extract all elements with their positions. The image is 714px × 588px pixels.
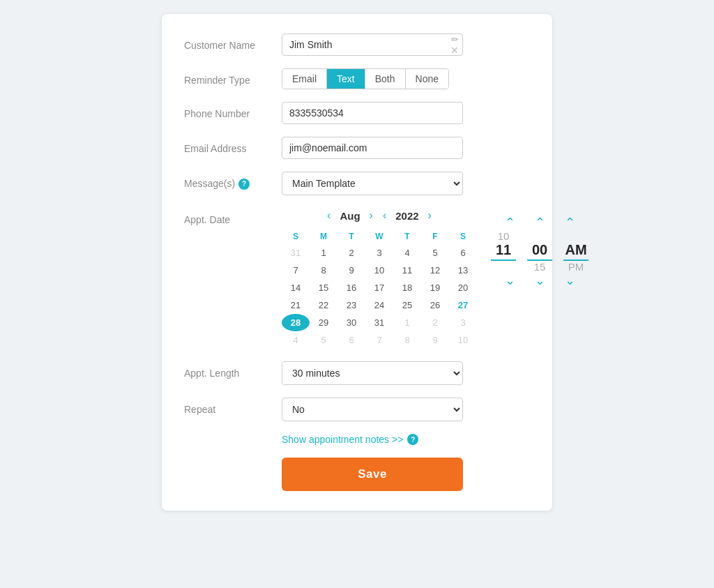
- appt-date-control: ‹ Aug › ‹ 2022 › S M T W: [282, 208, 588, 349]
- calendar-day[interactable]: 6: [337, 331, 365, 349]
- calendar-day[interactable]: 4: [393, 244, 421, 262]
- calendar-day[interactable]: 4: [282, 331, 310, 349]
- calendar-day[interactable]: 21: [282, 296, 310, 314]
- calendar-day[interactable]: 5: [421, 244, 449, 262]
- calendar-day[interactable]: 16: [337, 279, 365, 296]
- messages-select[interactable]: Main Template Template 2 Template 3: [282, 172, 463, 195]
- ampm-next-col: PM: [563, 261, 588, 273]
- calendar-body: 3112345678910111213141516171819202122232…: [282, 244, 477, 349]
- notes-help-icon[interactable]: ?: [407, 434, 418, 445]
- phone-label: Phone Number: [184, 102, 282, 121]
- calendar-week: 14151617181920: [282, 279, 477, 296]
- calendar-day[interactable]: 3: [365, 244, 393, 262]
- year-prev-button[interactable]: ‹: [379, 208, 390, 223]
- calendar-day[interactable]: 20: [449, 279, 477, 296]
- calendar-day[interactable]: 5: [310, 331, 337, 349]
- time-current-row: 11 00 AM: [491, 242, 588, 261]
- hour-down-col: ⌄: [501, 273, 519, 288]
- customer-name-label: Customer Name: [184, 33, 282, 53]
- calendar-day[interactable]: 2: [421, 314, 449, 331]
- reminder-none-button[interactable]: None: [406, 69, 448, 89]
- calendar-day[interactable]: 29: [310, 314, 337, 331]
- calendar-week: 45678910: [282, 331, 477, 349]
- messages-row: Message(s) ? Main Template Template 2 Te…: [184, 172, 530, 195]
- calendar-day[interactable]: 11: [393, 262, 421, 279]
- calendar-day[interactable]: 26: [421, 296, 449, 314]
- cal-header-tue: T: [337, 229, 365, 244]
- calendar-day[interactable]: 3: [449, 314, 477, 331]
- calendar-day[interactable]: 22: [310, 296, 337, 314]
- month-next-button[interactable]: ›: [366, 208, 377, 223]
- calendar-day[interactable]: 28: [282, 314, 310, 331]
- calendar-day[interactable]: 23: [337, 296, 365, 314]
- hour-prev-col: 10: [491, 230, 516, 242]
- calendar-day[interactable]: 10: [449, 331, 477, 349]
- calendar-month: Aug: [340, 210, 360, 222]
- minute-next-value: 15: [527, 261, 552, 273]
- close-icon[interactable]: ✕: [450, 45, 459, 55]
- email-input[interactable]: [282, 137, 463, 159]
- calendar-day[interactable]: 18: [393, 279, 421, 296]
- customer-name-wrapper: ✏ ✕: [282, 33, 463, 56]
- repeat-row: Repeat No Daily Weekly Monthly: [184, 398, 530, 421]
- customer-name-input[interactable]: [282, 33, 463, 56]
- cal-header-mon: M: [310, 229, 337, 244]
- ampm-value: AM: [563, 242, 588, 261]
- calendar-header: ‹ Aug › ‹ 2022 ›: [282, 208, 477, 223]
- ampm-col: ⌃: [561, 215, 579, 230]
- appt-length-label: Appt. Length: [184, 361, 282, 381]
- calendar-day[interactable]: 1: [310, 244, 337, 262]
- calendar-day[interactable]: 24: [365, 296, 393, 314]
- reminder-both-button[interactable]: Both: [365, 69, 406, 89]
- calendar-day[interactable]: 30: [337, 314, 365, 331]
- calendar-day[interactable]: 8: [393, 331, 421, 349]
- calendar-day[interactable]: 2: [337, 244, 365, 262]
- email-control: [282, 137, 530, 159]
- minute-current-col: 00: [527, 242, 552, 261]
- appt-length-select[interactable]: 15 minutes 30 minutes 45 minutes 1 hour …: [282, 361, 463, 385]
- ampm-up-button[interactable]: ⌃: [561, 215, 579, 230]
- calendar-day[interactable]: 17: [365, 279, 393, 296]
- calendar-day[interactable]: 6: [449, 244, 477, 262]
- calendar-day[interactable]: 13: [449, 262, 477, 279]
- hour-up-button[interactable]: ⌃: [501, 215, 519, 230]
- show-notes-link[interactable]: Show appointment notes >>: [282, 434, 403, 445]
- messages-help-icon[interactable]: ?: [238, 179, 250, 190]
- cal-header-fri: F: [421, 229, 449, 244]
- calendar-day[interactable]: 15: [310, 279, 337, 296]
- cal-header-sat: S: [449, 229, 477, 244]
- reminder-text-button[interactable]: Text: [327, 69, 365, 89]
- repeat-select[interactable]: No Daily Weekly Monthly: [282, 398, 463, 421]
- calendar-day[interactable]: 1: [393, 314, 421, 331]
- calendar-day[interactable]: 25: [393, 296, 421, 314]
- reminder-email-button[interactable]: Email: [282, 69, 327, 89]
- save-button[interactable]: Save: [282, 458, 463, 491]
- calendar-day[interactable]: 12: [421, 262, 449, 279]
- calendar-day[interactable]: 8: [310, 262, 337, 279]
- repeat-label: Repeat: [184, 398, 282, 417]
- ampm-down-col: ⌄: [561, 273, 579, 288]
- minute-down-button[interactable]: ⌄: [531, 273, 549, 288]
- calendar-day[interactable]: 7: [282, 262, 310, 279]
- cal-header-wed: W: [365, 229, 393, 244]
- hour-down-button[interactable]: ⌄: [501, 273, 519, 288]
- calendar-day[interactable]: 14: [282, 279, 310, 296]
- calendar-day[interactable]: 9: [421, 331, 449, 349]
- year-next-button[interactable]: ›: [425, 208, 435, 223]
- calendar-day[interactable]: 31: [282, 244, 310, 262]
- calendar-day[interactable]: 31: [365, 314, 393, 331]
- ampm-down-button[interactable]: ⌄: [561, 273, 579, 288]
- month-prev-button[interactable]: ‹: [324, 208, 334, 223]
- edit-icon[interactable]: ✏: [451, 35, 459, 44]
- calendar-day[interactable]: 19: [421, 279, 449, 296]
- cal-header-thu: T: [393, 229, 421, 244]
- calendar-day[interactable]: 9: [337, 262, 365, 279]
- minute-up-button[interactable]: ⌃: [531, 215, 549, 230]
- repeat-control: No Daily Weekly Monthly: [282, 398, 530, 421]
- calendar-day[interactable]: 27: [449, 296, 477, 314]
- phone-input[interactable]: [282, 102, 463, 124]
- calendar-day[interactable]: 7: [365, 331, 393, 349]
- customer-name-icons: ✏ ✕: [450, 35, 459, 55]
- calendar-day[interactable]: 10: [365, 262, 393, 279]
- calendar-week: 21222324252627: [282, 296, 477, 314]
